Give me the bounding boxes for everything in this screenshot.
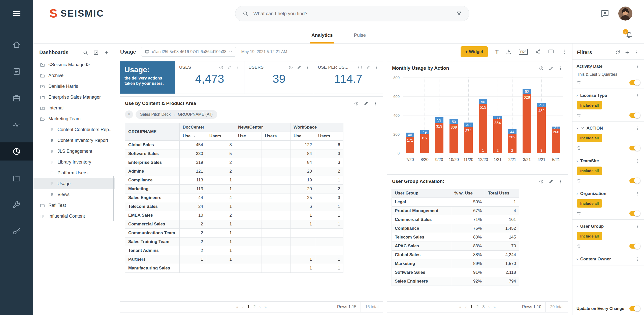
rail-analytics-button[interactable] [0, 142, 33, 161]
bar-3-21[interactable]: 62852 [523, 89, 531, 153]
table-row-partners[interactable]: Partners1111 [125, 255, 343, 264]
sidebar-item-jls-engagement[interactable]: JLS Engagement [33, 146, 115, 157]
info-icon[interactable] [288, 65, 293, 70]
feedback-icon[interactable] [600, 9, 610, 18]
table-row-manufacturing-sales[interactable]: Manufacturing Sales11 [125, 264, 343, 273]
sidebar-item-influential-content[interactable]: Influential Content [33, 211, 115, 222]
bar-5-21[interactable]: 26021 [552, 127, 560, 153]
search-input[interactable] [253, 11, 452, 17]
more-options-icon[interactable] [635, 64, 640, 69]
bar-10-20[interactable]: 30950 [449, 119, 458, 153]
table-row-apac-sales[interactable]: APAC Sales83%70 [392, 242, 519, 251]
more-options-icon[interactable] [305, 65, 310, 70]
rail-tools-button[interactable] [0, 196, 33, 214]
tab-pulse[interactable]: Pulse [352, 27, 367, 43]
more-options-icon[interactable] [561, 49, 567, 55]
pdf-export-icon[interactable]: PDF [519, 49, 528, 55]
edit-icon[interactable] [549, 66, 553, 71]
bar-9-20[interactable]: 31959 [435, 117, 443, 153]
more-options-icon[interactable] [635, 257, 640, 261]
avatar[interactable] [618, 7, 632, 21]
more-options-icon[interactable] [374, 65, 379, 70]
sidebar-item-views[interactable]: Views [33, 189, 115, 200]
dashboard-id-pill[interactable]: c1acd25f-5e08-4616-9741-6a864d10fa38 [141, 47, 236, 57]
filter-toggle[interactable] [629, 211, 640, 216]
column-header-user-group[interactable]: User Group [392, 189, 451, 198]
table-row-emea-sales[interactable]: EMEA Sales10211 [125, 211, 343, 220]
bar-2-21[interactable]: 220244 [508, 129, 517, 153]
table-row-compliance[interactable]: Compliance75%1,452 [392, 224, 519, 233]
update-on-change-toggle[interactable] [629, 306, 640, 311]
page-1[interactable]: 1 [247, 305, 250, 309]
include-all-chip[interactable]: Include all [577, 232, 602, 240]
table-row-telecom-sales[interactable]: Telecom Sales80%145 [392, 233, 519, 242]
bar-12-20[interactable]: 151550 [479, 99, 487, 153]
include-all-chip[interactable]: Include all [577, 167, 602, 175]
info-icon[interactable] [358, 65, 362, 70]
edit-icon[interactable] [549, 179, 553, 184]
edit-icon[interactable] [297, 65, 301, 70]
first-page-icon[interactable]: « [459, 305, 461, 309]
text-tool-icon[interactable]: T [495, 49, 499, 55]
hamburger-menu-icon[interactable] [12, 9, 22, 19]
chevron-right-icon[interactable]: › [576, 126, 578, 131]
table-row-admins[interactable]: Admins1212202 [125, 167, 343, 176]
more-options-icon[interactable] [635, 126, 640, 131]
rail-news-button[interactable] [0, 62, 33, 81]
column-header-w-use[interactable]: % w. Use [451, 189, 485, 198]
column-group-doccenter[interactable]: DocCenter [180, 123, 235, 132]
bar-7-20[interactable]: 17146 [406, 133, 414, 153]
more-options-icon[interactable] [635, 191, 640, 196]
filter-toggle[interactable] [629, 178, 640, 183]
info-icon[interactable] [219, 65, 223, 70]
prev-page-icon[interactable]: ‹ [242, 305, 243, 309]
more-options-icon[interactable] [558, 179, 563, 184]
bar-4-21[interactable]: 348248 [537, 103, 546, 153]
trash-icon[interactable] [576, 178, 581, 183]
next-page-icon[interactable]: › [488, 305, 490, 309]
table-row-enterprise-sales[interactable]: Enterprise Sales3192843 [125, 158, 343, 167]
chevron-right-icon[interactable]: › [576, 93, 578, 98]
column-header-groupname[interactable]: GROUPNAME [125, 123, 180, 141]
table-row-communications-team[interactable]: Communications Team21 [125, 229, 343, 238]
sidebar-item-seismic-managed[interactable]: <Seismic Managed> [33, 59, 115, 70]
scrollbar-thumb[interactable] [113, 176, 114, 221]
sidebar-item-marketing-team[interactable]: Marketing Team [33, 113, 115, 124]
chevron-right-icon[interactable]: › [576, 159, 578, 164]
column-group-newscenter[interactable]: NewsCenter [235, 123, 291, 132]
rail-content-button[interactable] [0, 169, 33, 187]
table-row-marketing[interactable]: Marketing1131202 [125, 185, 343, 193]
sidebar-item-danielle-harris[interactable]: Danielle Harris [33, 81, 115, 92]
more-options-icon[interactable] [558, 66, 563, 71]
filter-chip-groupname-all[interactable]: GROUPNAME (All) [178, 112, 213, 117]
column-header-total-uses[interactable]: Total Uses [485, 189, 519, 198]
trash-icon[interactable] [576, 80, 581, 85]
add-filter-icon[interactable] [625, 50, 630, 55]
rail-workspace-button[interactable] [0, 89, 33, 107]
share-icon[interactable] [535, 49, 541, 55]
refresh-icon[interactable] [615, 50, 620, 55]
notifications-bell[interactable]: 3 [625, 31, 633, 39]
sidebar-item-rafi-test[interactable]: Rafi Test [33, 200, 115, 211]
sidebar-item-internal[interactable]: Internal [33, 103, 115, 113]
sidebar-item-enterprise-sales-manager[interactable]: Enterprise Sales Manager [33, 92, 115, 103]
chevron-right-icon[interactable]: › [576, 257, 578, 262]
table-row-commercial-sales[interactable]: Commercial Sales71%161 [392, 215, 519, 224]
info-icon[interactable] [539, 179, 544, 184]
table-row-global-sales[interactable]: Global Sales45481226 [125, 141, 343, 149]
filter-toggle[interactable] [629, 146, 640, 150]
table-row-software-sales[interactable]: Software Sales91%2,118 [392, 268, 519, 277]
subcolumn-doccenter-users[interactable]: Users [206, 132, 235, 141]
subcolumn-newscenter-users[interactable]: Users [262, 132, 291, 141]
subcolumn-newscenter-use[interactable]: Use [235, 132, 262, 141]
rail-home-button[interactable] [0, 36, 33, 54]
page-2[interactable]: 2 [253, 305, 256, 309]
page-1[interactable]: 1 [470, 305, 473, 309]
table-row-marketing[interactable]: Marketing89%1,570 [392, 259, 519, 268]
edit-icon[interactable] [227, 65, 232, 70]
dashboards-search-icon[interactable] [83, 50, 88, 55]
next-page-icon[interactable]: › [259, 305, 261, 309]
more-options-icon[interactable] [634, 50, 639, 55]
page-3[interactable]: 3 [482, 305, 485, 309]
sidebar-item-platform-users[interactable]: Platform Users [33, 168, 115, 178]
